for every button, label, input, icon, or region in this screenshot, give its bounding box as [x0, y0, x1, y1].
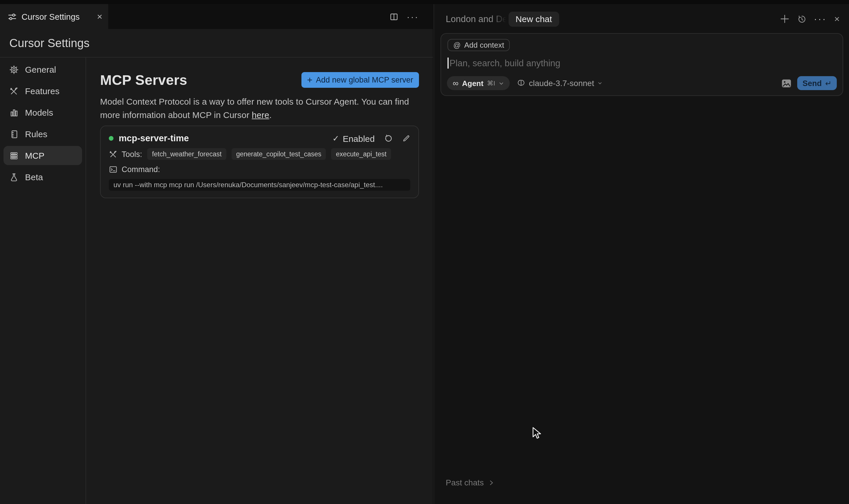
chat-more-icon[interactable]: ··· [814, 14, 827, 23]
editor-tab-strip: Cursor Settings × ··· [0, 4, 433, 29]
server-status-label[interactable]: Enabled [343, 133, 375, 143]
add-mcp-server-button[interactable]: + Add new global MCP server [301, 72, 419, 88]
at-icon: @ [453, 41, 461, 49]
sidebar-item-label: Beta [25, 172, 43, 182]
tool-tag: generate_copilot_test_cases [231, 148, 326, 160]
tab-close-icon[interactable]: × [97, 12, 102, 21]
server-command-text[interactable]: uv run --with mcp mcp run /Users/renuka/… [109, 179, 410, 191]
new-chat-plus-icon[interactable] [779, 14, 790, 24]
editor-actions: ··· [389, 4, 433, 29]
text-caret [448, 57, 448, 69]
attach-image-icon[interactable] [781, 79, 791, 88]
model-name: claude-3.7-sonnet [529, 78, 594, 88]
terminal-icon [109, 165, 118, 174]
model-selector[interactable]: claude-3.7-sonnet [517, 78, 602, 88]
chevron-right-icon [489, 479, 494, 486]
mode-label: Agent [462, 79, 484, 88]
sidebar-item-label: Models [25, 108, 53, 118]
gear-icon [9, 65, 19, 74]
bar-chart-icon [9, 108, 19, 117]
edit-pencil-icon[interactable] [402, 134, 410, 142]
tools-label: Tools: [122, 150, 142, 158]
tab-cursor-settings[interactable]: Cursor Settings × [0, 4, 108, 29]
sidebar-item-general[interactable]: General [3, 60, 82, 79]
check-icon: ✓ [332, 134, 339, 143]
tab-title: Cursor Settings [21, 12, 80, 21]
send-button[interactable]: Send ↵ [797, 76, 837, 90]
sidebar-item-beta[interactable]: Beta [3, 167, 82, 186]
return-key-icon: ↵ [825, 79, 832, 88]
server-status-dot [109, 136, 114, 141]
chat-panel: London and De New chat ··· × [434, 4, 849, 504]
command-label: Command: [122, 165, 160, 174]
chevron-down-icon [597, 81, 602, 86]
sidebar-item-features[interactable]: Features [3, 82, 82, 101]
plus-icon: + [307, 75, 312, 85]
refresh-icon[interactable] [384, 134, 393, 143]
sidebar-item-label: Rules [25, 129, 48, 139]
more-actions-icon[interactable]: ··· [407, 12, 419, 21]
brain-icon [517, 79, 525, 88]
app-root: Cursor Settings × ··· Cursor Settings [0, 0, 849, 504]
chevron-down-icon [499, 80, 504, 86]
server-stack-icon [9, 151, 19, 160]
settings-pane: Cursor Settings × ··· Cursor Settings [0, 4, 433, 504]
tools-icon [109, 150, 118, 158]
server-name: mcp-server-time [119, 133, 189, 144]
sidebar-item-label: General [25, 65, 56, 74]
mcp-settings-content: MCP Servers + Add new global MCP server … [86, 57, 433, 504]
page-title: Cursor Settings [9, 36, 90, 50]
chat-composer[interactable]: @ Add context Plan, search, build anythi… [440, 33, 843, 96]
tool-tag: fetch_weather_forecast [148, 148, 226, 160]
chat-close-icon[interactable]: × [834, 14, 840, 23]
settings-sidebar: General Features [0, 57, 86, 504]
sidebar-item-label: Features [25, 86, 59, 96]
mcp-servers-heading: MCP Servers [100, 72, 187, 88]
tool-tag: execute_api_test [331, 148, 391, 160]
previous-chat-tab[interactable]: London and De [446, 14, 507, 24]
sidebar-item-mcp[interactable]: MCP [3, 146, 82, 165]
mode-selector[interactable]: ∞ Agent ⌘I [447, 76, 510, 90]
infinity-icon: ∞ [453, 79, 458, 87]
mcp-docs-link[interactable]: here [252, 110, 269, 120]
past-chats-link[interactable]: Past chats [446, 478, 494, 487]
mode-shortcut: ⌘I [487, 79, 495, 87]
flask-icon [9, 173, 19, 182]
sidebar-item-label: MCP [25, 150, 45, 160]
rules-doc-icon [9, 129, 19, 139]
mcp-description: Model Context Protocol is a way to offer… [100, 95, 419, 122]
add-context-chip[interactable]: @ Add context [448, 39, 510, 51]
settings-header: Cursor Settings [0, 29, 433, 57]
chat-history-icon[interactable] [797, 14, 806, 23]
sidebar-item-rules[interactable]: Rules [3, 124, 82, 144]
sidebar-item-models[interactable]: Models [3, 103, 82, 122]
composer-placeholder[interactable]: Plan, search, build anything [450, 58, 560, 68]
sliders-icon [7, 12, 17, 21]
tools-icon [9, 86, 19, 96]
new-chat-tab[interactable]: New chat [508, 11, 559, 26]
split-editor-icon[interactable] [389, 12, 399, 21]
mcp-server-card: mcp-server-time ✓ Enabled [100, 126, 419, 198]
